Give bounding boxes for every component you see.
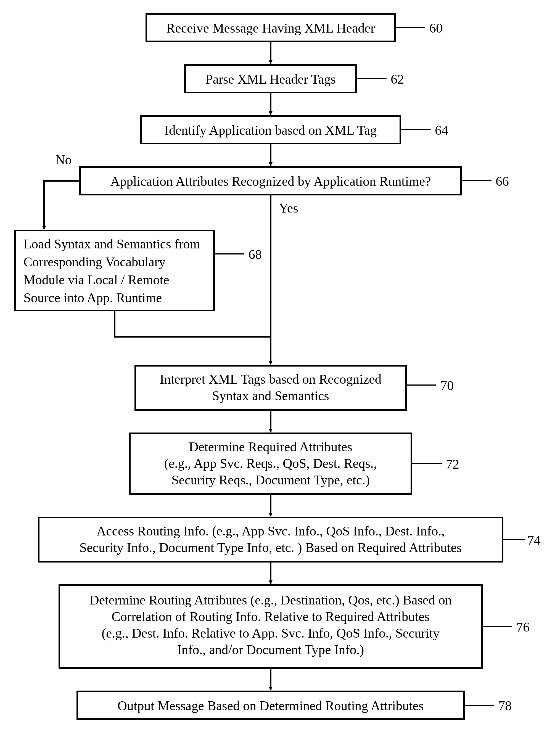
node-76-num: 76 [516, 620, 530, 634]
node-78-text: Output Message Based on Determined Routi… [117, 698, 424, 713]
node-74-line2: Security Info., Document Type Info, etc.… [79, 540, 462, 555]
node-66-num: 66 [496, 174, 509, 189]
node-78-num: 78 [498, 698, 512, 713]
node-76-line1: Determine Routing Attributes (e.g., Dest… [89, 593, 452, 608]
branch-yes-label: Yes [279, 201, 298, 215]
node-60-text: Receive Message Having XML Header [166, 21, 375, 35]
node-72-line3: Security Reqs., Document Type, etc.) [171, 473, 370, 487]
node-68-line2: Corresponding Vocabulary [23, 254, 165, 269]
node-72-line2: (e.g., App Svc. Reqs., QoS, Dest. Reqs., [164, 456, 377, 471]
node-60-num: 60 [429, 21, 443, 35]
node-72-num: 72 [446, 457, 459, 471]
node-68-line1: Load Syntax and Semantics from [23, 237, 200, 251]
node-66-text: Application Attributes Recognized by App… [110, 174, 431, 189]
node-76-line4: Info., and/or Document Type Info.) [177, 642, 364, 657]
node-64-text: Identify Application based on XML Tag [164, 123, 377, 137]
node-68-line3: Module via Local / Remote [23, 272, 169, 287]
node-72-line1: Determine Required Attributes [189, 439, 352, 454]
node-64-num: 64 [435, 123, 448, 137]
flowchart-diagram: Receive Message Having XML Header 60 Par… [0, 0, 547, 756]
node-68-line4: Source into App. Runtime [23, 290, 162, 305]
node-68-num: 68 [248, 247, 262, 262]
node-62-text: Parse XML Header Tags [205, 72, 336, 86]
node-70-line1: Interpret XML Tags based on Recognized [160, 372, 381, 386]
node-74-line1: Access Routing Info. (e.g., App Svc. Inf… [96, 524, 445, 539]
node-62-num: 62 [391, 72, 404, 86]
node-76-line2: Correlation of Routing Info. Relative to… [111, 609, 430, 624]
branch-no-label: No [55, 152, 72, 167]
node-74-num: 74 [527, 533, 541, 547]
node-70-line2: Syntax and Semantics [212, 388, 329, 403]
node-70-num: 70 [440, 378, 454, 393]
node-76-line3: (e.g., Dest. Info. Relative to App. Svc.… [102, 626, 440, 641]
